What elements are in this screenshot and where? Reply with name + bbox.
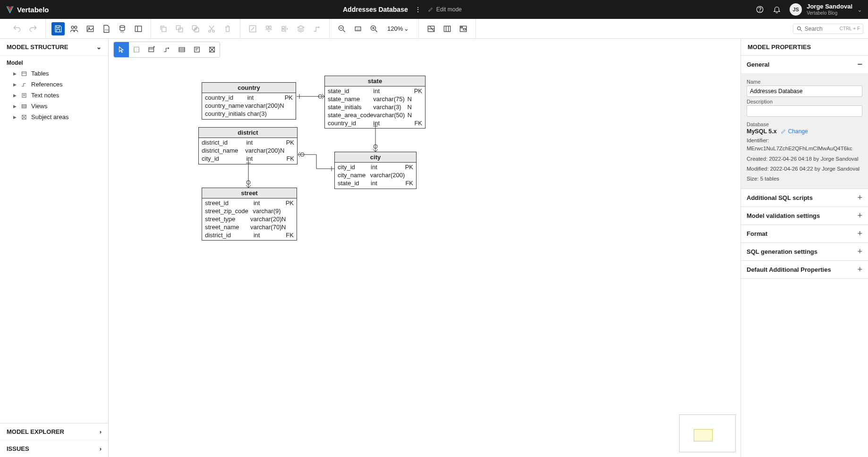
model-properties-label: MODEL PROPERTIES [748, 43, 811, 51]
model-root[interactable]: Model [7, 60, 102, 66]
svg-line-85 [298, 152, 300, 155]
toggle-panel-button[interactable] [132, 22, 145, 35]
section-label: Additional SQL scripts [747, 194, 813, 201]
attr-row: state_idintFK [338, 180, 413, 188]
description-input[interactable] [747, 105, 862, 117]
toggle-minimap-button[interactable] [457, 22, 470, 35]
name-input[interactable] [747, 86, 862, 97]
additional-sql-header[interactable]: Additional SQL scripts+ [741, 189, 868, 207]
doc-menu-button[interactable]: ⋮ [415, 6, 421, 13]
search-input[interactable] [805, 26, 838, 32]
canvas[interactable]: country country_idintPK country_namevarc… [109, 39, 740, 457]
svg-point-44 [797, 26, 800, 30]
entity-street[interactable]: street street_idintPK street_zip_codevar… [202, 188, 297, 241]
model-validation-header[interactable]: Model validation settings+ [741, 207, 868, 224]
align-v-button[interactable] [278, 22, 291, 35]
sidebar-item-tables[interactable]: ▶Tables [7, 68, 102, 79]
sidebar-item-text-notes[interactable]: ▶Text notes [7, 90, 102, 101]
format-header[interactable]: Format+ [741, 225, 868, 242]
marquee-tool[interactable] [129, 42, 144, 57]
edit-mode-indicator[interactable]: Edit mode [428, 6, 462, 13]
default-props-header[interactable]: Default Additional Properties+ [741, 261, 868, 278]
help-icon[interactable] [756, 5, 764, 14]
attr-row: district_idintPK [202, 139, 294, 147]
search-hint: CTRL + F [840, 26, 860, 31]
add-reference-tool[interactable] [159, 42, 174, 57]
add-note-tool[interactable] [189, 42, 204, 57]
zoom-reset-button[interactable]: 1:1 [351, 22, 365, 35]
change-label: Change [788, 128, 808, 135]
svg-text:PDF: PDF [105, 29, 109, 31]
redo-button[interactable] [26, 22, 40, 35]
add-area-tool[interactable] [204, 42, 220, 57]
svg-point-90 [247, 181, 250, 184]
entity-state[interactable]: state state_idintPK state_namevarchar(75… [324, 76, 425, 129]
sql-generation-header[interactable]: SQL generation settings+ [741, 243, 868, 260]
zoom-dropdown[interactable]: 120% ⌄ [383, 25, 413, 32]
entity-body: country_idintPK country_namevarchar(200)… [202, 93, 296, 119]
search-box[interactable]: CTRL + F [793, 24, 863, 34]
svg-point-80 [374, 145, 377, 148]
toggle-grid-button[interactable] [425, 22, 438, 35]
canvas-area[interactable]: country country_idintPK country_namevarc… [109, 39, 740, 457]
change-database-button[interactable]: Change [781, 128, 808, 135]
logo[interactable]: Vertabelo [6, 5, 49, 14]
layers-button[interactable] [294, 22, 307, 35]
zoom-in-button[interactable] [367, 22, 381, 35]
cut-button[interactable] [205, 22, 218, 35]
svg-rect-46 [22, 71, 26, 75]
select-tool[interactable] [114, 42, 129, 57]
attr-row: country_initialschar(3) [205, 110, 293, 118]
save-button[interactable] [51, 22, 65, 35]
chevron-down-icon: ⌄ [404, 25, 409, 32]
copy-button[interactable] [157, 22, 170, 35]
bell-icon[interactable] [773, 5, 781, 14]
toggle-columns-button[interactable] [441, 22, 454, 35]
fit-button[interactable] [246, 22, 259, 35]
svg-point-18 [213, 30, 214, 32]
user-menu[interactable]: JS Jorge Sandoval Vertabelo Blog ⌄ [790, 3, 862, 16]
general-label: General [747, 61, 769, 68]
paste-button[interactable] [173, 22, 186, 35]
model-explorer-header[interactable]: MODEL EXPLORER › [0, 423, 108, 440]
add-table-tool[interactable] [144, 42, 159, 57]
sidebar-item-references[interactable]: ▶References [7, 79, 102, 90]
database-label: Database [747, 121, 862, 127]
generate-sql-button[interactable]: SQL [116, 22, 129, 35]
header-center: Addresses Database ⋮ Edit mode [49, 6, 756, 13]
svg-rect-65 [195, 47, 200, 52]
sidebar-item-views[interactable]: ▶Views [7, 101, 102, 112]
svg-text:1:1: 1:1 [357, 27, 360, 30]
svg-rect-43 [463, 28, 466, 30]
left-panel: MODEL STRUCTURE ⌄ Model ▶Tables ▶Referen… [0, 39, 109, 457]
export-pdf-button[interactable]: PDF [100, 22, 113, 35]
delete-button[interactable] [221, 22, 234, 35]
svg-rect-58 [149, 48, 154, 52]
add-view-tool[interactable] [174, 42, 189, 57]
align-h-button[interactable] [262, 22, 275, 35]
view-icon [21, 103, 27, 110]
route-button[interactable] [310, 22, 323, 35]
issues-header[interactable]: ISSUES › [0, 440, 108, 457]
entity-country[interactable]: country country_idintPK country_namevarc… [202, 82, 296, 120]
name-label: Name [747, 79, 862, 85]
entity-city[interactable]: city city_idintPK city_namevarchar(200) … [334, 152, 417, 189]
collaborators-button[interactable] [68, 22, 81, 35]
sidebar-item-subject-areas[interactable]: ▶Subject areas [7, 112, 102, 122]
model-structure-header[interactable]: MODEL STRUCTURE ⌄ [0, 39, 108, 56]
identifier-text: Identifier: MErwc1NuL7ZchE2QFhLmClMwAuQ4… [747, 137, 862, 153]
entity-header: state [325, 76, 425, 86]
sidebar-item-label: Subject areas [31, 113, 69, 121]
duplicate-button[interactable] [189, 22, 202, 35]
zoom-out-button[interactable] [335, 22, 349, 35]
note-icon [21, 92, 27, 99]
svg-line-34 [375, 30, 377, 32]
user-sub: Vertabelo Blog [807, 10, 852, 16]
export-image-button[interactable] [84, 22, 97, 35]
entity-district[interactable]: district district_idintPK district_namev… [198, 127, 298, 164]
minimap[interactable] [679, 414, 736, 452]
undo-button[interactable] [10, 22, 24, 35]
minimap-viewport[interactable] [694, 429, 713, 441]
general-header[interactable]: General − [741, 56, 868, 73]
attr-row: district_namevarchar(200)N [202, 147, 294, 155]
